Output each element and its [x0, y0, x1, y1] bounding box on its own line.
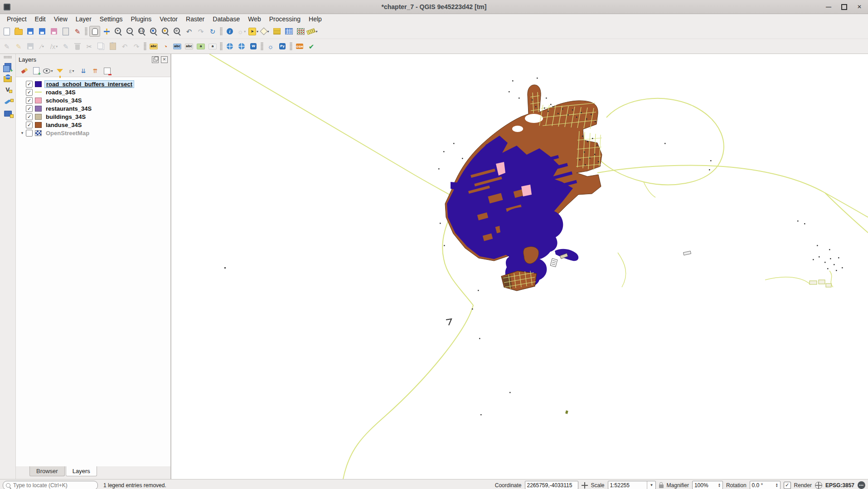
menu-help[interactable]: Help	[305, 15, 326, 24]
menu-plugins[interactable]: Plugins	[126, 15, 155, 24]
scale-dropdown-arrow[interactable]: ▼	[647, 481, 654, 489]
magnifier-spinbox[interactable]: 100% ▲▼	[692, 481, 723, 489]
filter-legend-icon[interactable]	[55, 66, 65, 76]
layer-checkbox-landuse_34S[interactable]: ✓	[26, 122, 33, 128]
toggle-editing-icon[interactable]: ✎	[13, 41, 24, 52]
layer-checkbox-restaurants_34S[interactable]: ✓	[26, 105, 33, 112]
layer-row-road_school_buffers_intersect[interactable]: ✓road_school_buffers_intersect	[16, 80, 170, 88]
statistical-summary-icon[interactable]	[295, 26, 306, 37]
tab-browser[interactable]: Browser	[29, 466, 65, 476]
run-feature-action-dropdown-arrow[interactable]: ▾	[244, 29, 246, 34]
remove-layer-icon[interactable]	[102, 66, 112, 76]
measure-line-dropdown-arrow[interactable]: ▾	[315, 29, 317, 34]
expand-all-icon[interactable]: ⇊	[78, 66, 88, 76]
minimize-button[interactable]: —	[825, 4, 832, 10]
menu-raster[interactable]: Raster	[182, 15, 209, 24]
rotation-spinbox[interactable]: 0.0 ° ▲▼	[750, 481, 781, 489]
data-source-manager-icon[interactable]	[2, 60, 14, 72]
locate-input[interactable]	[12, 482, 95, 489]
messages-bubble-icon[interactable]: ⋯	[858, 481, 865, 489]
menu-vector[interactable]: Vector	[155, 15, 182, 24]
new-shapefile-layer-icon[interactable]: V	[2, 84, 14, 96]
move-label-icon[interactable]: a	[195, 41, 206, 52]
zoom-to-layer-icon[interactable]	[172, 26, 183, 37]
refresh-map-icon[interactable]: ↻	[207, 26, 218, 37]
highlight-pinned-labels-icon[interactable]: abc	[184, 41, 194, 52]
magnifier-spinners[interactable]: ▲▼	[718, 483, 721, 488]
tab-layers[interactable]: Layers	[66, 466, 97, 476]
layer-label-roads_34S[interactable]: roads_34S	[44, 89, 77, 96]
menu-layer[interactable]: Layer	[72, 15, 96, 24]
zoom-to-selection-icon[interactable]	[160, 26, 171, 37]
menu-web[interactable]: Web	[244, 15, 265, 24]
pan-to-selection-icon[interactable]	[101, 26, 112, 37]
scale-combo[interactable]: 1:52255 ▼	[608, 481, 656, 489]
menu-settings[interactable]: Settings	[96, 15, 127, 24]
check-geometries-icon[interactable]: ✔	[306, 41, 317, 52]
change-label-icon[interactable]: a	[207, 41, 218, 52]
undo-icon[interactable]: ↶	[119, 41, 130, 52]
new-spatialite-layer-icon[interactable]	[2, 108, 14, 119]
metasearch-icon[interactable]	[224, 41, 235, 52]
deselect-features-icon[interactable]: ▾	[260, 26, 271, 37]
select-by-form-icon[interactable]	[272, 26, 282, 37]
crs-code[interactable]: EPSG:3857	[825, 482, 854, 489]
menu-project[interactable]: Project	[3, 15, 31, 24]
pin-labels-icon[interactable]: abc	[172, 41, 183, 52]
vertex-tool-icon[interactable]: /x▾	[48, 41, 59, 52]
filter-by-expression-dropdown-arrow[interactable]: ▾	[72, 69, 74, 73]
layer-row-schools_34S[interactable]: ✓schools_34S	[16, 96, 170, 104]
rotation-spinners[interactable]: ▲▼	[776, 483, 778, 488]
cut-features-icon[interactable]: ✂	[84, 41, 95, 52]
layer-label-buildings_34S[interactable]: buildings_34S	[44, 113, 87, 120]
processing-toolbox-icon[interactable]: ☼	[265, 41, 276, 52]
open-layer-styling-icon[interactable]	[19, 66, 29, 76]
select-features-icon[interactable]: ➤▾	[248, 26, 259, 37]
close-button[interactable]: ✕	[856, 4, 863, 10]
delete-selected-icon[interactable]	[72, 41, 83, 52]
digitize-with-segment-icon[interactable]: ∕▾	[37, 41, 48, 52]
add-wms-layer-icon[interactable]	[2, 72, 14, 84]
filter-by-expression-icon[interactable]: ε▾	[67, 66, 77, 76]
locate-box[interactable]	[3, 481, 98, 489]
pan-map-icon[interactable]	[89, 26, 100, 37]
layer-checkbox-road_school_buffers_intersect[interactable]: ✓	[26, 81, 33, 88]
modify-attributes-icon[interactable]: ✎	[60, 41, 71, 52]
layer-row-buildings_34S[interactable]: ✓buildings_34S	[16, 112, 170, 121]
layer-checkbox-roads_34S[interactable]: ✓	[26, 89, 33, 96]
zoom-in-icon[interactable]: +	[113, 26, 124, 37]
panel-close-button[interactable]: ✕	[161, 56, 168, 63]
lock-scale-icon[interactable]	[659, 484, 664, 488]
layer-row-roads_34S[interactable]: ✓roads_34S	[16, 88, 170, 96]
save-project-icon[interactable]	[25, 26, 36, 37]
geocoder-icon[interactable]: W	[248, 41, 259, 52]
layer-diagrams-icon[interactable]: ◔	[160, 41, 171, 52]
layer-row-landuse_34S[interactable]: ✓landuse_34S	[16, 121, 170, 129]
redo-icon[interactable]: ↷	[131, 41, 142, 52]
zoom-last-icon[interactable]: ↶	[184, 26, 194, 37]
manage-map-themes-icon[interactable]: ▾	[43, 66, 53, 76]
layer-expander-icon[interactable]: ▾	[19, 131, 26, 135]
menu-view[interactable]: View	[50, 15, 72, 24]
mouse-position-icon[interactable]	[582, 482, 588, 489]
paste-features-icon[interactable]	[107, 41, 118, 52]
layer-row-restaurants_34S[interactable]: ✓restaurants_34S	[16, 104, 170, 112]
panel-float-button[interactable]	[152, 56, 159, 63]
vertex-tool-dropdown-arrow[interactable]: ▾	[56, 44, 58, 49]
map-canvas[interactable]	[171, 54, 868, 479]
crs-globe-icon[interactable]	[815, 482, 822, 489]
save-layer-edits-icon[interactable]	[25, 41, 36, 52]
style-manager-icon[interactable]: ✎	[72, 26, 83, 37]
save-as-template-icon[interactable]	[48, 26, 59, 37]
menu-processing[interactable]: Processing	[265, 15, 305, 24]
current-edits-icon[interactable]: ✎	[1, 41, 12, 52]
layer-label-landuse_34S[interactable]: landuse_34S	[44, 122, 83, 128]
layer-checkbox-OpenStreetMap[interactable]	[26, 130, 33, 137]
layer-checkbox-schools_34S[interactable]: ✓	[26, 97, 33, 104]
layer-label-road_school_buffers_intersect[interactable]: road_school_buffers_intersect	[44, 80, 134, 88]
layer-label-schools_34S[interactable]: schools_34S	[44, 97, 83, 104]
zoom-full-icon[interactable]	[148, 26, 159, 37]
menu-edit[interactable]: Edit	[31, 15, 50, 24]
new-print-layout-icon[interactable]	[60, 26, 71, 37]
copy-features-icon[interactable]	[96, 41, 107, 52]
